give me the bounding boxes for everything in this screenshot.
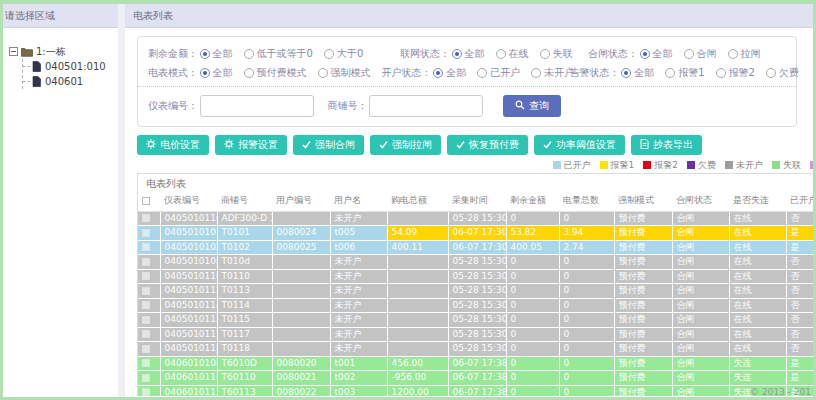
radio-option[interactable]: 报警2 bbox=[716, 66, 755, 80]
check-icon bbox=[543, 140, 552, 151]
row-checkbox[interactable] bbox=[142, 316, 150, 324]
table-row[interactable]: 0406010110T601100080021t002-956.0006-07 … bbox=[138, 371, 813, 386]
filter-group: 合闸状态 :全部合闸拉闸 bbox=[588, 47, 772, 61]
table-cell: 0 bbox=[506, 356, 559, 371]
table-cell: -956.00 bbox=[387, 371, 448, 386]
table-row[interactable]: 0405010113T0113未开户05-28 15:30:0000预付费合闸在… bbox=[138, 284, 813, 299]
select-all-checkbox[interactable] bbox=[142, 197, 150, 205]
radio-option[interactable]: 全部 bbox=[621, 66, 654, 80]
table-cell: 06-07 17:38:00 bbox=[448, 356, 506, 371]
radio-option[interactable]: 失联 bbox=[540, 47, 573, 61]
table-cell: 05-28 15:30:00 bbox=[448, 284, 506, 299]
row-checkbox[interactable] bbox=[142, 301, 150, 309]
shop-no-label: 商铺号 : bbox=[328, 99, 365, 113]
radio-icon bbox=[496, 49, 506, 59]
row-checkbox[interactable] bbox=[142, 243, 150, 251]
table-cell: 0 bbox=[559, 298, 614, 313]
legend-swatch bbox=[687, 161, 695, 169]
search-button[interactable]: 查询 bbox=[503, 95, 561, 117]
table-cell bbox=[272, 284, 330, 299]
table-cell: 0 bbox=[559, 327, 614, 342]
radio-option-label: 全部 bbox=[465, 47, 485, 61]
table-cell bbox=[387, 255, 448, 270]
table-cell: 预付费 bbox=[614, 371, 672, 386]
tree-item[interactable]: 040501:010 bbox=[23, 59, 114, 74]
row-checkbox[interactable] bbox=[142, 330, 150, 338]
radio-option[interactable]: 已开户 bbox=[477, 66, 520, 80]
status-legend: 已开户报警1报警2欠费未开户失联合闸 bbox=[163, 159, 813, 171]
row-checkbox[interactable] bbox=[142, 374, 150, 382]
table-cell bbox=[272, 269, 330, 284]
action-button[interactable]: 强制拉闸 bbox=[370, 135, 441, 155]
legend-item: 未开户 bbox=[725, 159, 763, 172]
tree-item[interactable]: 040601 bbox=[23, 74, 114, 89]
table-row[interactable]: 0406010113T601130080022t0031200.0006-07 … bbox=[138, 385, 813, 396]
row-checkbox[interactable] bbox=[142, 272, 150, 280]
column-header: 合闸状态 bbox=[672, 191, 729, 211]
table-cell: 合闸 bbox=[672, 327, 729, 342]
table-cell: 0 bbox=[506, 298, 559, 313]
radio-option[interactable]: 大于0 bbox=[324, 47, 363, 61]
table-row[interactable]: 0405010118T0118未开户05-28 15:30:0000预付费合闸在… bbox=[138, 342, 813, 357]
radio-option[interactable]: 全部 bbox=[452, 47, 485, 61]
table-row[interactable]: 040501010DT010d未开户05-28 15:30:0000预付费合闸在… bbox=[138, 255, 813, 270]
meter-no-input[interactable] bbox=[200, 95, 314, 117]
row-checkbox[interactable] bbox=[142, 258, 150, 266]
action-button[interactable]: 电价设置 bbox=[137, 135, 209, 155]
select-all-cell bbox=[138, 191, 160, 211]
action-button[interactable]: 强制合闸 bbox=[293, 135, 364, 155]
radio-icon bbox=[244, 49, 254, 59]
radio-option[interactable]: 全部 bbox=[433, 66, 466, 80]
radio-option[interactable]: 在线 bbox=[496, 47, 529, 61]
row-checkbox[interactable] bbox=[142, 214, 150, 222]
shop-no-input[interactable] bbox=[369, 95, 483, 117]
radio-option[interactable]: 预付费模式 bbox=[244, 66, 307, 80]
table-row[interactable]: 040601010DT6010D0080020t001456.0006-07 1… bbox=[138, 356, 813, 371]
table-cell: 0406010110 bbox=[160, 371, 217, 386]
action-button[interactable]: 报警设置 bbox=[215, 135, 287, 155]
radio-option[interactable]: 合闸 bbox=[684, 47, 717, 61]
radio-icon bbox=[200, 49, 210, 59]
table-cell: t001 bbox=[330, 356, 387, 371]
table-row[interactable]: 0405010117T0117未开户05-28 15:30:0000预付费合闸在… bbox=[138, 327, 813, 342]
row-checkbox[interactable] bbox=[142, 359, 150, 367]
radio-option-label: 大于0 bbox=[337, 47, 363, 61]
radio-option[interactable]: 欠费 bbox=[766, 66, 799, 80]
meter-no-label: 仪表编号 : bbox=[148, 99, 195, 113]
filter-row: 电表模式 :全部预付费模式强制模式开户状态 :全部已开户未开户告警状态 :全部报… bbox=[148, 64, 786, 81]
tree-collapse-icon[interactable] bbox=[9, 47, 18, 56]
action-button[interactable]: 恢复预付费 bbox=[447, 135, 528, 155]
row-checkbox[interactable] bbox=[142, 287, 150, 295]
table-row[interactable]: 0405010101T01010080024t00554.0906-07 17:… bbox=[138, 226, 813, 241]
radio-option[interactable]: 拉闸 bbox=[728, 47, 761, 61]
table-cell: 54.09 bbox=[387, 226, 448, 241]
table-cell: 05-28 15:30:00 bbox=[448, 298, 506, 313]
radio-option[interactable]: 低于或等于0 bbox=[244, 47, 313, 61]
table-row[interactable]: 0405010116ADF300-D 3未开户05-28 15:30:0000预… bbox=[138, 211, 813, 226]
radio-option-label: 低于或等于0 bbox=[257, 47, 313, 61]
legend-item: 失联 bbox=[772, 159, 801, 172]
action-button[interactable]: 抄表导出 bbox=[631, 135, 702, 155]
radio-option[interactable]: 全部 bbox=[640, 47, 673, 61]
radio-option[interactable]: 全部 bbox=[200, 66, 233, 80]
radio-option[interactable]: 全部 bbox=[200, 47, 233, 61]
radio-option[interactable]: 未开户 bbox=[531, 66, 574, 80]
tree-node-root[interactable]: 1:一栋 bbox=[9, 44, 114, 59]
table-row[interactable]: 0405010110T0110未开户05-28 15:30:0000预付费合闸在… bbox=[138, 269, 813, 284]
gear-icon bbox=[146, 139, 156, 151]
table-row[interactable]: 0405010102T01020080025t006400.1106-07 17… bbox=[138, 240, 813, 255]
legend-label: 失联 bbox=[783, 159, 801, 172]
radio-icon bbox=[324, 49, 334, 59]
row-checkbox[interactable] bbox=[142, 388, 150, 396]
action-button[interactable]: 功率阈值设置 bbox=[534, 135, 625, 155]
table-row[interactable]: 0405010115T0115未开户05-28 15:30:0000预付费合闸在… bbox=[138, 313, 813, 328]
radio-option[interactable]: 强制模式 bbox=[318, 66, 371, 80]
table-cell: 0405010115 bbox=[160, 313, 217, 328]
table-cell: 合闸 bbox=[672, 269, 729, 284]
table-row[interactable]: 0405010114T0114未开户05-28 15:30:0000预付费合闸在… bbox=[138, 298, 813, 313]
table-cell: 2.74 bbox=[559, 240, 614, 255]
action-button-label: 功率阈值设置 bbox=[556, 138, 616, 152]
row-checkbox[interactable] bbox=[142, 345, 150, 353]
row-checkbox[interactable] bbox=[142, 229, 150, 237]
radio-option[interactable]: 报警1 bbox=[665, 66, 704, 80]
